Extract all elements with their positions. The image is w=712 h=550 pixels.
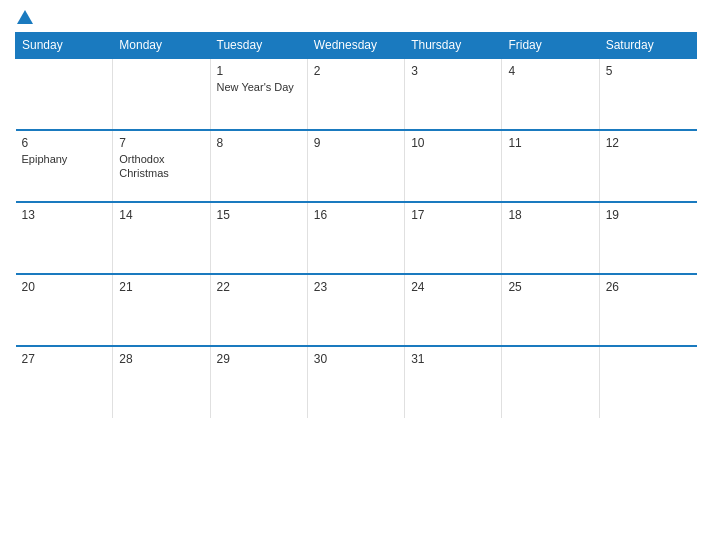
day-number: 18 — [508, 208, 592, 222]
day-number: 21 — [119, 280, 203, 294]
calendar-cell: 14 — [113, 202, 210, 274]
day-number: 23 — [314, 280, 398, 294]
day-number: 19 — [606, 208, 691, 222]
day-number: 12 — [606, 136, 691, 150]
calendar-cell: 26 — [599, 274, 696, 346]
weekday-header-tuesday: Tuesday — [210, 33, 307, 59]
calendar-cell: 23 — [307, 274, 404, 346]
calendar-cell: 9 — [307, 130, 404, 202]
week-row-5: 2728293031 — [16, 346, 697, 418]
week-row-2: 6Epiphany7Orthodox Christmas89101112 — [16, 130, 697, 202]
calendar-cell — [502, 346, 599, 418]
calendar-cell: 28 — [113, 346, 210, 418]
logo — [15, 10, 35, 24]
calendar-cell: 19 — [599, 202, 696, 274]
calendar-cell: 8 — [210, 130, 307, 202]
calendar-cell: 22 — [210, 274, 307, 346]
day-number: 26 — [606, 280, 691, 294]
day-number: 27 — [22, 352, 107, 366]
calendar-cell: 5 — [599, 58, 696, 130]
calendar-cell: 3 — [405, 58, 502, 130]
calendar-cell: 2 — [307, 58, 404, 130]
calendar-cell: 10 — [405, 130, 502, 202]
day-number: 10 — [411, 136, 495, 150]
calendar-cell: 31 — [405, 346, 502, 418]
calendar-table: SundayMondayTuesdayWednesdayThursdayFrid… — [15, 32, 697, 418]
calendar-cell — [113, 58, 210, 130]
holiday-name: Epiphany — [22, 152, 107, 166]
day-number: 29 — [217, 352, 301, 366]
calendar-cell: 16 — [307, 202, 404, 274]
day-number: 31 — [411, 352, 495, 366]
calendar-cell: 25 — [502, 274, 599, 346]
day-number: 28 — [119, 352, 203, 366]
calendar-cell: 17 — [405, 202, 502, 274]
weekday-header-monday: Monday — [113, 33, 210, 59]
day-number: 9 — [314, 136, 398, 150]
day-number: 15 — [217, 208, 301, 222]
calendar-cell: 30 — [307, 346, 404, 418]
calendar-cell — [599, 346, 696, 418]
weekday-header-row: SundayMondayTuesdayWednesdayThursdayFrid… — [16, 33, 697, 59]
day-number: 1 — [217, 64, 301, 78]
weekday-header-wednesday: Wednesday — [307, 33, 404, 59]
calendar-cell: 12 — [599, 130, 696, 202]
holiday-name: New Year's Day — [217, 80, 301, 94]
day-number: 20 — [22, 280, 107, 294]
calendar-cell: 4 — [502, 58, 599, 130]
holiday-name: Orthodox Christmas — [119, 152, 203, 181]
calendar-cell: 15 — [210, 202, 307, 274]
day-number: 6 — [22, 136, 107, 150]
day-number: 2 — [314, 64, 398, 78]
calendar-cell: 13 — [16, 202, 113, 274]
day-number: 17 — [411, 208, 495, 222]
calendar-cell: 24 — [405, 274, 502, 346]
day-number: 30 — [314, 352, 398, 366]
calendar-cell — [16, 58, 113, 130]
day-number: 13 — [22, 208, 107, 222]
day-number: 4 — [508, 64, 592, 78]
calendar-cell: 11 — [502, 130, 599, 202]
day-number: 3 — [411, 64, 495, 78]
day-number: 14 — [119, 208, 203, 222]
week-row-3: 13141516171819 — [16, 202, 697, 274]
calendar-header — [15, 10, 697, 24]
logo-triangle-icon — [17, 10, 33, 24]
day-number: 22 — [217, 280, 301, 294]
calendar-cell: 29 — [210, 346, 307, 418]
calendar-cell: 20 — [16, 274, 113, 346]
calendar-cell: 18 — [502, 202, 599, 274]
week-row-1: 1New Year's Day2345 — [16, 58, 697, 130]
day-number: 5 — [606, 64, 691, 78]
day-number: 8 — [217, 136, 301, 150]
day-number: 25 — [508, 280, 592, 294]
calendar-cell: 1New Year's Day — [210, 58, 307, 130]
weekday-header-sunday: Sunday — [16, 33, 113, 59]
calendar-cell: 6Epiphany — [16, 130, 113, 202]
calendar-wrapper: SundayMondayTuesdayWednesdayThursdayFrid… — [0, 0, 712, 550]
day-number: 16 — [314, 208, 398, 222]
weekday-header-saturday: Saturday — [599, 33, 696, 59]
day-number: 11 — [508, 136, 592, 150]
day-number: 24 — [411, 280, 495, 294]
calendar-cell: 7Orthodox Christmas — [113, 130, 210, 202]
calendar-cell: 21 — [113, 274, 210, 346]
calendar-cell: 27 — [16, 346, 113, 418]
day-number: 7 — [119, 136, 203, 150]
weekday-header-friday: Friday — [502, 33, 599, 59]
week-row-4: 20212223242526 — [16, 274, 697, 346]
weekday-header-thursday: Thursday — [405, 33, 502, 59]
